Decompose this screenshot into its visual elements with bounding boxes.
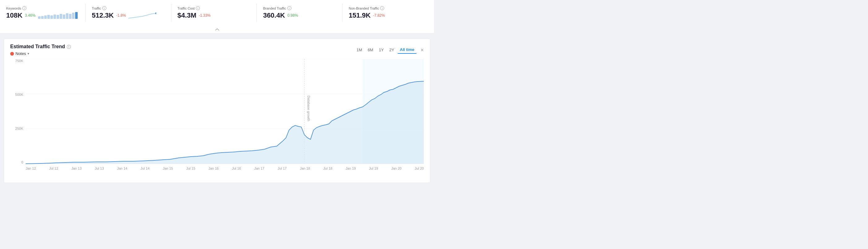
x-label-jan13: Jan 13 (71, 167, 82, 170)
x-label-jul17: Jul 17 (277, 167, 286, 170)
metric-traffic: Traffic i 512.3K -1.8% (86, 4, 172, 22)
x-label-jan20: Jan 20 (391, 167, 402, 170)
keywords-info-icon[interactable]: i (22, 6, 26, 10)
y-label-250k: 250K (10, 127, 26, 130)
metric-keywords-value: 108K 3.46% (6, 11, 79, 20)
x-label-jan15: Jan 15 (163, 167, 173, 170)
time-btn-6m[interactable]: 6M (365, 46, 376, 54)
metric-keywords-label: Keywords i (6, 6, 79, 10)
x-label-jan17: Jan 17 (254, 167, 265, 170)
chart-title-section: Estimated Traffic Trend i Notes ▾ (10, 44, 71, 56)
metric-non-branded-traffic-value: 151.9K -7.82% (349, 11, 422, 20)
x-label-jul16: Jul 16 (232, 167, 241, 170)
metric-traffic-cost-label: Traffic Cost i (178, 6, 251, 10)
x-label-jul15: Jul 15 (186, 167, 195, 170)
traffic-info-icon[interactable]: i (102, 6, 106, 10)
x-label-jan16: Jan 16 (209, 167, 219, 170)
notes-dot-icon (10, 52, 14, 56)
traffic-cost-change: -1.33% (199, 13, 211, 17)
time-btn-all[interactable]: All time (398, 46, 417, 54)
non-branded-traffic-change: -7.82% (373, 13, 385, 17)
x-label-jul20: Jul 20 (415, 167, 424, 170)
time-range-controls: 1M 6M 1Y 2Y All time (354, 46, 417, 54)
chart-close-button[interactable]: × (421, 47, 424, 53)
y-axis: 750K 500K 250K 0 (10, 59, 26, 164)
branded-traffic-change: 0.98% (287, 13, 298, 17)
x-label-jul13: Jul 13 (95, 167, 104, 170)
notes-chevron-icon: ▾ (28, 52, 29, 55)
metric-traffic-label: Traffic i (92, 6, 165, 10)
chart-svg: Database growth (26, 59, 424, 164)
traffic-sparkline (128, 11, 156, 20)
time-btn-2y[interactable]: 2Y (387, 46, 397, 54)
chart-header: Estimated Traffic Trend i Notes ▾ 1M 6M … (4, 39, 430, 59)
x-label-jul19: Jul 19 (369, 167, 378, 170)
x-label-jan19: Jan 19 (345, 167, 356, 170)
x-label-jul12: Jul 12 (49, 167, 58, 170)
metric-traffic-value: 512.3K -1.8% (92, 11, 165, 20)
non-branded-traffic-info-icon[interactable]: i (380, 6, 384, 10)
traffic-cost-info-icon[interactable]: i (196, 6, 200, 10)
metric-traffic-cost: Traffic Cost i $4.3M -1.33% (172, 4, 257, 22)
chart-area: 750K 500K 250K 0 Database growth (4, 59, 430, 183)
keywords-sparkline (38, 12, 78, 19)
chart-card: Estimated Traffic Trend i Notes ▾ 1M 6M … (4, 39, 430, 183)
branded-traffic-info-icon[interactable]: i (287, 6, 291, 10)
expand-arrow[interactable] (0, 25, 434, 34)
x-label-jul14: Jul 14 (141, 167, 149, 170)
y-label-0: 0 (10, 161, 26, 164)
metric-branded-traffic-value: 360.4K 0.98% (263, 11, 336, 20)
x-axis: Jan 12 Jul 12 Jan 13 Jul 13 Jan 14 Jul 1… (26, 164, 424, 176)
x-label-jul18: Jul 18 (323, 167, 332, 170)
chart-container: 750K 500K 250K 0 Database growth (10, 59, 424, 176)
metric-non-branded-traffic: Non-Branded Traffic i 151.9K -7.82% (342, 4, 428, 22)
time-btn-1y[interactable]: 1Y (376, 46, 386, 54)
notes-button[interactable]: Notes ▾ (10, 51, 71, 56)
metric-branded-traffic: Branded Traffic i 360.4K 0.98% (257, 4, 342, 22)
x-label-jan14: Jan 14 (117, 167, 127, 170)
metrics-bar: Keywords i 108K 3.46% (0, 0, 434, 26)
svg-text:Database growth: Database growth (307, 96, 311, 121)
chart-title-info-icon[interactable]: i (67, 45, 71, 49)
metric-non-branded-traffic-label: Non-Branded Traffic i (349, 6, 422, 10)
y-label-750k: 750K (10, 59, 26, 63)
chart-title: Estimated Traffic Trend i (10, 44, 71, 49)
time-btn-1m[interactable]: 1M (354, 46, 365, 54)
chart-svg-wrapper: Database growth (26, 59, 424, 164)
metric-traffic-cost-value: $4.3M -1.33% (178, 11, 251, 20)
x-label-jan12: Jan 12 (26, 167, 36, 170)
metric-branded-traffic-label: Branded Traffic i (263, 6, 336, 10)
chart-header-right: 1M 6M 1Y 2Y All time × (354, 46, 424, 54)
metric-keywords: Keywords i 108K 3.46% (6, 4, 86, 22)
keywords-change: 3.46% (25, 13, 36, 17)
svg-point-0 (155, 12, 156, 14)
traffic-change: -1.8% (116, 13, 126, 17)
x-label-jan18: Jan 18 (300, 167, 310, 170)
y-label-500k: 500K (10, 93, 26, 96)
